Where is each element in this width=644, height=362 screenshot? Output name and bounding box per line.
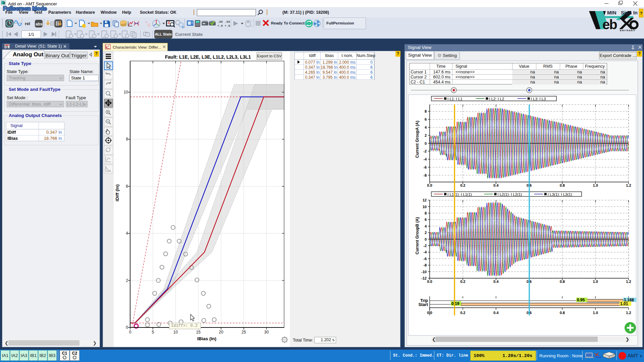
svg-text:4: 4: [425, 125, 427, 129]
svg-text:2: 2: [425, 231, 427, 235]
svg-text:0.4: 0.4: [493, 280, 499, 284]
svg-text:0.8: 0.8: [560, 183, 565, 187]
svg-text:0.95: 0.95: [577, 298, 585, 302]
svg-text:6: 6: [425, 218, 427, 222]
svg-text:4: 4: [425, 224, 427, 228]
svg-text:0.0: 0.0: [427, 280, 432, 284]
svg-text:1: 1: [251, 20, 252, 22]
svg-text:-12: -12: [421, 276, 427, 280]
svg-text:8: 8: [425, 109, 427, 113]
svg-text:.00 .00: .00 .00: [217, 20, 230, 24]
svg-text:+.0 +.0: +.0 +.0: [217, 24, 230, 28]
svg-text:8: 8: [425, 211, 427, 215]
svg-text:12: 12: [423, 198, 427, 202]
svg-text:-4: -4: [423, 250, 427, 254]
svg-text:-10: -10: [421, 270, 427, 274]
svg-text:0.2: 0.2: [460, 183, 465, 187]
svg-text:-8: -8: [423, 263, 427, 267]
svg-text:I L3(1): I L3(1): I L3(1): I L3(1): [548, 192, 572, 196]
svg-text:Start: Start: [419, 302, 428, 307]
svg-text:amirkabir: amirkabir: [620, 29, 636, 32]
svg-text:1.2: 1.2: [626, 280, 631, 284]
svg-text:1.01: 1.01: [620, 301, 628, 306]
svg-text:1.0: 1.0: [593, 311, 598, 315]
svg-text:0.2: 0.2: [460, 280, 465, 284]
svg-text:2: 2: [425, 133, 427, 137]
svg-text:-6: -6: [423, 257, 427, 261]
svg-text:1.0: 1.0: [593, 280, 598, 284]
svg-text:I L1: I L1: I L1: I L1: [447, 97, 463, 101]
svg-text:0.19: 0.19: [451, 301, 460, 306]
svg-text:6: 6: [425, 117, 427, 121]
svg-text:-8: -8: [423, 173, 427, 177]
svg-text:I L3: I L3: I L3: I L3: [531, 97, 546, 101]
svg-text:0: 0: [425, 237, 427, 241]
svg-text:0: 0: [425, 141, 427, 145]
svg-text:I L2(1): I L2(1): I L2(1): I L2(1): [497, 192, 522, 196]
svg-text:0: 0: [251, 25, 252, 27]
svg-text:0.0: 0.0: [427, 183, 432, 187]
svg-text:Current GroupB (A): Current GroupB (A): [415, 217, 420, 254]
svg-text:-6: -6: [423, 165, 427, 169]
svg-text:Current GroupA (A): Current GroupA (A): [415, 121, 420, 158]
svg-text:I L1(1): I L1(1): I L1(1): I L1(1): [447, 192, 472, 196]
svg-text:0.2: 0.2: [460, 311, 465, 315]
svg-text:0.4: 0.4: [493, 311, 499, 315]
svg-text:I L2: I L2: I L2: I L2: [489, 97, 504, 101]
svg-text:10: 10: [423, 205, 427, 209]
svg-text:1.2: 1.2: [626, 183, 631, 187]
svg-text:1.2: 1.2: [626, 311, 631, 315]
svg-text:-2: -2: [423, 149, 427, 153]
svg-text:0.8: 0.8: [560, 311, 565, 315]
svg-text:1.0: 1.0: [593, 183, 598, 187]
svg-text:-4: -4: [423, 157, 427, 161]
svg-text:0.0: 0.0: [427, 311, 432, 315]
svg-text:-2: -2: [423, 244, 427, 248]
svg-text:0.8: 0.8: [560, 280, 565, 284]
svg-text:eb: eb: [602, 17, 617, 32]
svg-text:0.4: 0.4: [493, 183, 499, 187]
